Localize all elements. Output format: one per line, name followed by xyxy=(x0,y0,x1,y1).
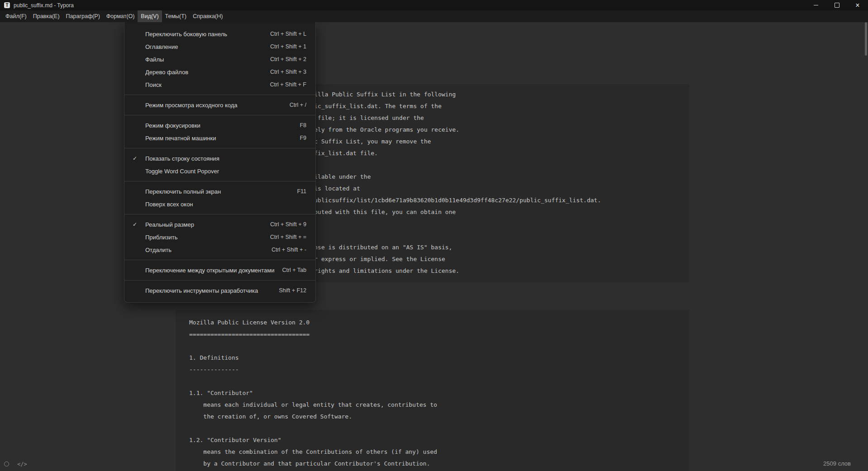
code-line xyxy=(189,423,676,434)
menu-item-label: Переключить полный экран xyxy=(145,188,290,195)
menu-item-label: Отдалить xyxy=(145,247,264,253)
menu-item[interactable]: Переключение между открытыми документами… xyxy=(124,264,315,276)
menu-item-shortcut: Ctrl + Shift + - xyxy=(272,247,306,253)
menu-item[interactable]: Поверх всех окон xyxy=(124,198,315,210)
menu-item-label: Реальный размер xyxy=(145,221,263,228)
menu-item-label: Показать строку состояния xyxy=(145,155,299,162)
window-title: public_suffix.md - Typora xyxy=(14,2,74,9)
menubar-item-правка[interactable]: Правка(E) xyxy=(30,10,63,22)
menu-item-label: Переключить инструменты разработчика xyxy=(145,287,272,294)
menu-item-label: Режим печатной машинки xyxy=(145,135,292,142)
code-line: the creation of, or owns Covered Softwar… xyxy=(189,411,676,423)
menu-item-shortcut: Ctrl + Shift + 9 xyxy=(270,221,306,228)
code-line: 1.2. "Contributor Version" xyxy=(189,434,676,446)
source-code-mode-icon[interactable]: </> xyxy=(17,461,27,467)
checkmark-icon: ✓ xyxy=(124,221,145,228)
outline-circle-icon[interactable] xyxy=(4,461,9,466)
menu-item[interactable]: Дерево файловCtrl + Shift + 3 xyxy=(124,66,315,78)
menu-item[interactable]: ОглавлениеCtrl + Shift + 1 xyxy=(124,40,315,53)
minimize-button[interactable] xyxy=(806,0,826,10)
menu-item[interactable]: ПриблизитьCtrl + Shift + = xyxy=(124,231,315,243)
view-menu: Переключить боковую панельCtrl + Shift +… xyxy=(124,22,316,303)
menu-item-label: Дерево файлов xyxy=(145,69,263,76)
code-line: means the combination of the Contributio… xyxy=(189,446,676,458)
menu-item-shortcut: Ctrl + Shift + L xyxy=(270,31,306,37)
menu-item[interactable]: Переключить инструменты разработчикаShif… xyxy=(124,284,315,297)
menu-item-label: Поиск xyxy=(145,81,262,88)
code-line: -------------- xyxy=(189,364,676,376)
menubar-item-темы[interactable]: Темы(T) xyxy=(162,10,190,22)
menubar-item-вид[interactable]: Вид(V) xyxy=(138,10,162,22)
menu-item[interactable]: Режим фокусировкиF8 xyxy=(124,119,315,132)
menu-item[interactable]: Переключить полный экранF11 xyxy=(124,185,315,198)
menu-bar: Файл(F)Правка(E)Параграф(P)Формат(O)Вид(… xyxy=(0,10,868,22)
checkmark-icon: ✓ xyxy=(124,155,145,162)
menu-separator xyxy=(124,95,315,95)
menu-item-shortcut: Shift + F12 xyxy=(279,287,306,294)
menu-separator xyxy=(124,260,315,260)
maximize-button[interactable] xyxy=(826,0,847,10)
menu-item-shortcut: Ctrl + / xyxy=(290,102,306,108)
menu-item-shortcut: Ctrl + Shift + 2 xyxy=(270,56,306,62)
menu-separator xyxy=(124,181,315,181)
title-bar: T public_suffix.md - Typora × xyxy=(0,0,868,10)
menu-item-shortcut: F8 xyxy=(300,122,306,128)
menu-item-shortcut: Ctrl + Shift + = xyxy=(270,234,306,240)
menu-separator xyxy=(124,214,315,214)
close-button[interactable]: × xyxy=(847,0,868,10)
code-block-2[interactable]: Mozilla Public License Version 2.0======… xyxy=(176,310,689,471)
menu-item[interactable]: ✓Реальный размерCtrl + Shift + 9 xyxy=(124,218,315,231)
menubar-item-справка[interactable]: Справка(H) xyxy=(190,10,226,22)
menu-item[interactable]: Toggle Word Count Popover xyxy=(124,165,315,177)
window-controls: × xyxy=(806,0,868,10)
menu-item[interactable]: ПоискCtrl + Shift + F xyxy=(124,78,315,91)
menu-item[interactable]: ОтдалитьCtrl + Shift + - xyxy=(124,243,315,256)
vertical-scrollbar-thumb[interactable] xyxy=(865,22,867,56)
menu-item[interactable]: Переключить боковую панельCtrl + Shift +… xyxy=(124,28,315,40)
word-count[interactable]: 2509 слов xyxy=(823,460,851,467)
menu-item-label: Переключение между открытыми документами xyxy=(145,267,275,274)
code-line: Mozilla Public License Version 2.0 xyxy=(189,317,676,328)
menu-item-label: Переключить боковую панель xyxy=(145,31,263,38)
code-line: ================================== xyxy=(189,328,676,340)
menu-item-shortcut: Ctrl + Tab xyxy=(282,267,306,273)
menu-separator xyxy=(124,280,315,281)
minimize-icon xyxy=(814,5,818,5)
code-line xyxy=(189,340,676,352)
code-line: means each individual or legal entity th… xyxy=(189,399,676,411)
menu-separator xyxy=(124,148,315,148)
maximize-icon xyxy=(835,3,839,8)
menubar-item-параграф[interactable]: Параграф(P) xyxy=(63,10,103,22)
menu-item-label: Toggle Word Count Popover xyxy=(145,168,299,175)
code-line: 1. Definitions xyxy=(189,352,676,364)
typora-logo-icon: T xyxy=(4,2,10,8)
menubar-item-формат[interactable]: Формат(O) xyxy=(103,10,138,22)
menu-item-label: Режим фокусировки xyxy=(145,122,292,129)
menu-item[interactable]: ✓Показать строку состояния xyxy=(124,152,315,165)
menu-item-label: Поверх всех окон xyxy=(145,201,299,208)
menu-item[interactable]: Режим просмотра исходного кодаCtrl + / xyxy=(124,99,315,111)
menu-item-shortcut: Ctrl + Shift + F xyxy=(270,81,306,88)
menu-item-label: Режим просмотра исходного кода xyxy=(145,102,282,109)
menu-item-shortcut: Ctrl + Shift + 3 xyxy=(270,69,306,75)
menubar-item-файл[interactable]: Файл(F) xyxy=(2,10,30,22)
menu-item-shortcut: F9 xyxy=(300,135,306,141)
code-line: 1.1. "Contributor" xyxy=(189,387,676,399)
menu-item-shortcut: Ctrl + Shift + 1 xyxy=(270,43,306,50)
menu-separator xyxy=(124,115,315,115)
menu-item-shortcut: F11 xyxy=(297,188,306,195)
menu-item-label: Приблизить xyxy=(145,234,263,241)
code-line xyxy=(189,376,676,387)
close-icon: × xyxy=(855,2,859,9)
code-line: by a Contributor and that particular Con… xyxy=(189,458,676,470)
menu-item[interactable]: Режим печатной машинкиF9 xyxy=(124,132,315,144)
menu-item-label: Файлы xyxy=(145,56,263,63)
menu-item-label: Оглавление xyxy=(145,43,263,50)
menu-item[interactable]: ФайлыCtrl + Shift + 2 xyxy=(124,53,315,66)
typora-window: T public_suffix.md - Typora × Файл(F)Пра… xyxy=(0,0,868,471)
